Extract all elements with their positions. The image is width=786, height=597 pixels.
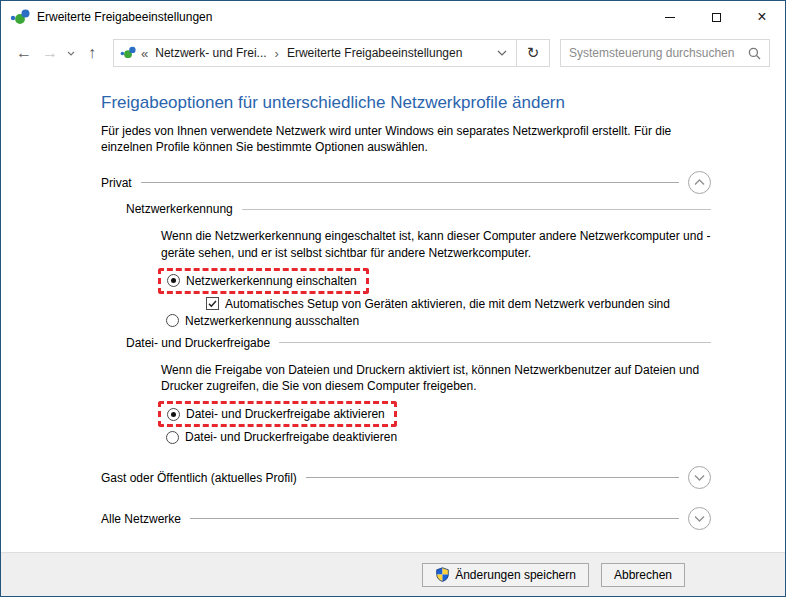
breadcrumb-separator-icon: ›	[275, 46, 279, 61]
radio-network-discovery-off-label[interactable]: Netzwerkerkennung ausschalten	[185, 314, 359, 328]
red-dashed-highlight-file-sharing: Datei- und Druckerfreigabe aktivieren	[158, 401, 397, 427]
app-window: Erweiterte Freigabeeinstellungen × ← → ↑	[0, 0, 786, 597]
checkbox-auto-setup[interactable]	[206, 297, 219, 310]
section-all-networks-label: Alle Netzwerke	[101, 512, 181, 526]
subsection-file-printer-sharing: Datei- und Druckerfreigabe	[126, 336, 711, 350]
uac-shield-icon	[435, 567, 450, 582]
red-dashed-highlight-network-discovery: Netzwerkerkennung einschalten	[158, 268, 369, 294]
file-printer-sharing-label: Datei- und Druckerfreigabe	[126, 336, 270, 350]
back-icon[interactable]: ←	[11, 45, 37, 61]
cancel-button[interactable]: Abbrechen	[601, 563, 685, 587]
close-button[interactable]: ×	[739, 1, 785, 33]
section-privat-label: Privat	[101, 176, 132, 190]
sharing-breadcrumb-icon	[120, 46, 136, 60]
minimize-button[interactable]	[647, 1, 693, 33]
breadcrumb: « Netzwerk- und Frei... › Erweiterte Fre…	[114, 40, 488, 66]
breadcrumb-item-advanced-sharing[interactable]: Erweiterte Freigabeeinstellungen	[287, 46, 462, 60]
nav-arrows: ← → ↑	[11, 45, 105, 61]
radio-network-discovery-off[interactable]	[166, 314, 179, 327]
search-box[interactable]	[560, 39, 770, 67]
divider	[242, 209, 711, 210]
checkbox-auto-setup-label[interactable]: Automatisches Setup von Geräten aktivier…	[225, 297, 670, 311]
section-guest-public: Gast oder Öffentlich (aktuelles Profil)	[101, 466, 711, 489]
breadcrumb-overflow-icon[interactable]: «	[141, 46, 148, 61]
search-input[interactable]	[569, 46, 744, 60]
expand-guest-public-button[interactable]	[688, 466, 711, 489]
radio-file-sharing-on[interactable]	[167, 408, 180, 421]
divider	[306, 477, 679, 478]
option-network-discovery-off: Netzwerkerkennung ausschalten	[166, 314, 711, 328]
option-file-sharing-off: Datei- und Druckerfreigabe deaktivieren	[166, 430, 711, 444]
window-controls: ×	[647, 1, 785, 33]
divider	[141, 182, 679, 183]
radio-network-discovery-on-label[interactable]: Netzwerkerkennung einschalten	[186, 274, 357, 288]
radio-file-sharing-off-label[interactable]: Datei- und Druckerfreigabe deaktivieren	[185, 430, 397, 444]
save-changes-button[interactable]: Änderungen speichern	[422, 563, 589, 587]
forward-icon: →	[37, 45, 63, 61]
window-title: Erweiterte Freigabeeinstellungen	[37, 10, 212, 24]
radio-network-discovery-on[interactable]	[167, 274, 180, 287]
section-all-networks: Alle Netzwerke	[101, 507, 711, 530]
expand-all-networks-button[interactable]	[688, 507, 711, 530]
check-icon	[207, 298, 218, 309]
maximize-button[interactable]	[693, 1, 739, 33]
radio-file-sharing-off[interactable]	[166, 431, 179, 444]
divider	[279, 342, 711, 343]
section-guest-public-label: Gast oder Öffentlich (aktuelles Profil)	[101, 471, 297, 485]
history-chevron-icon[interactable]	[63, 51, 79, 56]
address-dropdown-icon[interactable]	[488, 40, 516, 66]
footer-bar: Änderungen speichern Abbrechen	[1, 552, 785, 596]
cancel-label: Abbrechen	[614, 568, 672, 582]
option-auto-setup: Automatisches Setup von Geräten aktivier…	[206, 297, 711, 311]
search-icon	[748, 47, 761, 60]
sharing-app-icon	[10, 9, 30, 26]
up-icon[interactable]: ↑	[79, 45, 105, 61]
page-title: Freigabeoptionen für unterschiedliche Ne…	[101, 93, 711, 113]
breadcrumb-item-network[interactable]: Netzwerk- und Frei...	[155, 46, 266, 60]
navigation-toolbar: ← → ↑ « Netzwerk- und Frei... › Erweiter…	[1, 33, 785, 73]
save-changes-label: Änderungen speichern	[455, 568, 576, 582]
chevron-down-icon	[694, 474, 705, 481]
title-bar: Erweiterte Freigabeeinstellungen ×	[1, 1, 785, 33]
chevron-up-icon	[694, 179, 705, 186]
intro-text: Für jedes von Ihnen verwendete Netzwerk …	[101, 123, 709, 155]
address-bar[interactable]: « Netzwerk- und Frei... › Erweiterte Fre…	[113, 39, 550, 67]
network-discovery-label: Netzwerkerkennung	[126, 202, 233, 216]
subsection-network-discovery: Netzwerkerkennung	[126, 202, 711, 216]
network-discovery-description: Wenn die Netzwerkerkennung eingeschaltet…	[161, 228, 711, 260]
main-content: Freigabeoptionen für unterschiedliche Ne…	[1, 73, 785, 552]
divider	[190, 518, 679, 519]
collapse-privat-button[interactable]	[688, 171, 711, 194]
file-printer-sharing-description: Wenn die Freigabe von Dateien und Drucke…	[161, 362, 711, 394]
refresh-icon[interactable]: ↻	[516, 40, 549, 66]
chevron-down-icon	[694, 515, 705, 522]
radio-file-sharing-on-label[interactable]: Datei- und Druckerfreigabe aktivieren	[186, 407, 385, 421]
section-privat: Privat	[101, 171, 711, 194]
